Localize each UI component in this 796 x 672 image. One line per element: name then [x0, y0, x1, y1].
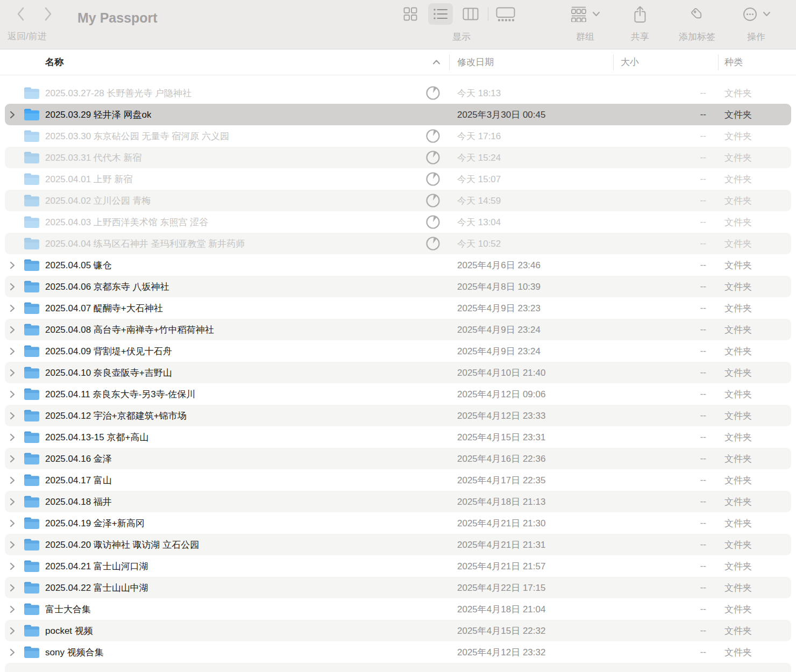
list-row[interactable]: 2025.04.13-15 京都+高山 2025年4月15日 23:31 -- …: [0, 426, 796, 448]
disclosure-chevron-icon[interactable]: [10, 283, 17, 291]
file-name: 2025.04.06 京都东寺 八坂神社: [45, 281, 169, 293]
list-row[interactable]: 2025.04.21 富士山河口湖 2025年4月21日 21:57 -- 文件…: [0, 555, 796, 577]
file-kind: 文件夹: [718, 238, 796, 250]
disclosure-chevron-icon[interactable]: [10, 455, 17, 463]
disclosure-chevron-icon[interactable]: [10, 261, 17, 269]
date-modified: 2025年4月21日 21:57: [449, 560, 613, 573]
list-row[interactable]: 2025.04.05 镰仓 2025年4月6日 23:46 -- 文件夹: [0, 254, 796, 276]
date-modified: 2025年4月9日 23:24: [449, 345, 613, 358]
date-modified: 2025年4月9日 23:23: [449, 302, 613, 314]
name-column-label: 名称: [45, 56, 63, 68]
file-kind: 文件夹: [718, 517, 796, 530]
list-row[interactable]: 2025.04.12 宇治+京都建筑+锦市场 2025年4月12日 23:33 …: [0, 405, 796, 426]
disclosure-chevron-icon[interactable]: [10, 369, 17, 377]
folder-icon: [24, 624, 40, 638]
name-cell: 2025.03.29 轻井泽 网盘ok: [0, 108, 449, 121]
share-button[interactable]: 共享: [623, 3, 657, 43]
forward-button[interactable]: [42, 6, 54, 22]
back-button[interactable]: [15, 6, 27, 22]
date-modified: 2025年4月18日 21:13: [449, 496, 613, 508]
tag-icon: [688, 5, 706, 23]
list-row[interactable]: 2025.04.11 奈良东大寺-另3寺-佐保川 2025年4月12日 09:0…: [0, 383, 796, 405]
date-modified: 今天 17:16: [449, 130, 613, 142]
date-modified: 2025年4月15日 23:31: [449, 431, 613, 444]
actions-label: 操作: [747, 31, 765, 43]
add-tag-button[interactable]: 添加标签: [671, 3, 723, 43]
folder-icon: [24, 409, 40, 423]
name-cell: 2025.03.27-28 长野善光寺 户隐神社: [0, 85, 449, 101]
file-kind: 文件夹: [718, 431, 796, 444]
chevron-down-icon: [763, 11, 771, 17]
file-name: 2025.04.02 立川公园 青梅: [45, 195, 151, 207]
list-row[interactable]: 2025.04.01 上野 新宿 今天 15:07 -- 文件夹: [0, 168, 796, 190]
file-kind: 文件夹: [718, 560, 796, 573]
list-row[interactable]: 2025.04.22 富士山山中湖 2025年4月22日 17:15 -- 文件…: [0, 577, 796, 598]
file-size: --: [613, 174, 718, 184]
disclosure-chevron-icon[interactable]: [10, 412, 17, 420]
disclosure-chevron-icon[interactable]: [10, 111, 17, 119]
list-row[interactable]: 2025.04.09 背割堤+伏见十石舟 2025年4月9日 23:24 -- …: [0, 340, 796, 362]
file-size: --: [613, 561, 718, 571]
disclosure-chevron-icon[interactable]: [10, 433, 17, 441]
disclosure-chevron-icon[interactable]: [10, 584, 17, 592]
disclosure-chevron-icon[interactable]: [10, 326, 17, 334]
list-row[interactable]: 富士大合集 2025年4月18日 21:04 -- 文件夹: [0, 598, 796, 620]
disclosure-chevron-icon[interactable]: [10, 347, 17, 355]
window-title: My Passport: [77, 10, 158, 26]
list-row[interactable]: 2025.04.07 醍醐寺+大石神社 2025年4月9日 23:23 -- 文…: [0, 297, 796, 319]
sort-ascending-icon: [432, 59, 440, 65]
list-row[interactable]: 2025.03.29 轻井泽 网盘ok 2025年3月30日 00:45 -- …: [0, 104, 796, 125]
disclosure-chevron-icon[interactable]: [10, 498, 17, 506]
date-modified: 2025年4月15日 22:32: [449, 625, 613, 637]
list-row[interactable]: 2025.04.16 金泽 2025年4月16日 22:36 -- 文件夹: [0, 448, 796, 469]
folder-icon: [24, 474, 40, 487]
date-modified: 2025年4月9日 23:24: [449, 324, 613, 336]
disclosure-chevron-icon[interactable]: [10, 519, 17, 527]
file-size: --: [613, 604, 718, 614]
name-cell: 2025.03.30 东京砧公园 无量寺 宿河原 六义园: [0, 128, 449, 144]
file-name: 2025.03.31 代代木 新宿: [45, 152, 142, 164]
icon-view-button[interactable]: [398, 3, 423, 25]
column-view-button[interactable]: [458, 3, 483, 25]
list-row[interactable]: 2025.04.08 高台寺+南禅寺+竹中稻荷神社 2025年4月9日 23:2…: [0, 319, 796, 340]
date-modified: 今天 10:52: [449, 238, 613, 250]
disclosure-chevron-icon[interactable]: [10, 390, 17, 398]
disclosure-chevron-icon[interactable]: [10, 304, 17, 312]
disclosure-chevron-icon[interactable]: [10, 605, 17, 613]
list-row[interactable]: 2025.03.30 东京砧公园 无量寺 宿河原 六义园 今天 17:16 --…: [0, 125, 796, 147]
disclosure-chevron-icon[interactable]: [10, 627, 17, 635]
list-view-button[interactable]: [428, 3, 453, 25]
column-header-size[interactable]: 大小: [613, 56, 718, 68]
file-size: --: [613, 195, 718, 206]
column-header-kind[interactable]: 种类: [718, 56, 796, 68]
date-modified: 2025年4月8日 10:39: [449, 281, 613, 293]
list-row[interactable]: 2025.04.10 奈良壶阪寺+吉野山 2025年4月10日 21:40 --…: [0, 362, 796, 383]
disclosure-chevron-icon[interactable]: [10, 648, 17, 656]
folder-icon: [24, 517, 40, 530]
list-row[interactable]: 2025.04.18 福井 2025年4月18日 21:13 -- 文件夹: [0, 491, 796, 512]
name-cell: 2025.04.21 富士山河口湖: [0, 560, 449, 573]
list-row[interactable]: 2025.04.02 立川公园 青梅 今天 14:59 -- 文件夹: [0, 190, 796, 211]
disclosure-chevron-icon[interactable]: [10, 476, 17, 484]
file-kind: 文件夹: [718, 259, 796, 271]
disclosure-chevron-icon[interactable]: [10, 541, 17, 549]
group-button[interactable]: 群组: [563, 3, 608, 43]
column-header-date[interactable]: 修改日期: [449, 56, 613, 68]
list-row[interactable]: pocket 视频 2025年4月15日 22:32 -- 文件夹: [0, 620, 796, 641]
column-header-name[interactable]: 名称: [0, 56, 449, 68]
gallery-view-button[interactable]: [493, 3, 518, 25]
list-row[interactable]: 2025.04.20 诹访神社 诹访湖 立石公园 2025年4月21日 21:3…: [0, 534, 796, 555]
list-row[interactable]: sony 视频合集 2025年4月12日 23:32 -- 文件夹: [0, 641, 796, 663]
list-row[interactable]: 2025.03.31 代代木 新宿 今天 15:24 -- 文件夹: [0, 147, 796, 168]
list-row[interactable]: 2025.04.04 练马区石神井 圣玛利亚教堂 新井药师 今天 10:52 -…: [0, 233, 796, 254]
list-row[interactable]: 2025.04.03 上野西洋美术馆 东照宫 涩谷 今天 13:04 -- 文件…: [0, 211, 796, 233]
list-row[interactable]: 2025.04.19 金泽+新高冈 2025年4月21日 21:30 -- 文件…: [0, 512, 796, 534]
file-size: --: [613, 367, 718, 378]
name-cell: 2025.04.03 上野西洋美术馆 东照宫 涩谷: [0, 215, 449, 230]
list-row[interactable]: 2025.03.27-28 长野善光寺 户隐神社 今天 18:13 -- 文件夹: [0, 82, 796, 104]
name-cell: 2025.04.13-15 京都+高山: [0, 431, 449, 444]
list-row[interactable]: 2025.04.06 京都东寺 八坂神社 2025年4月8日 10:39 -- …: [0, 276, 796, 297]
actions-button[interactable]: 操作: [733, 3, 780, 43]
disclosure-chevron-icon[interactable]: [10, 562, 17, 570]
list-row[interactable]: 2025.04.17 富山 2025年4月17日 22:35 -- 文件夹: [0, 469, 796, 491]
